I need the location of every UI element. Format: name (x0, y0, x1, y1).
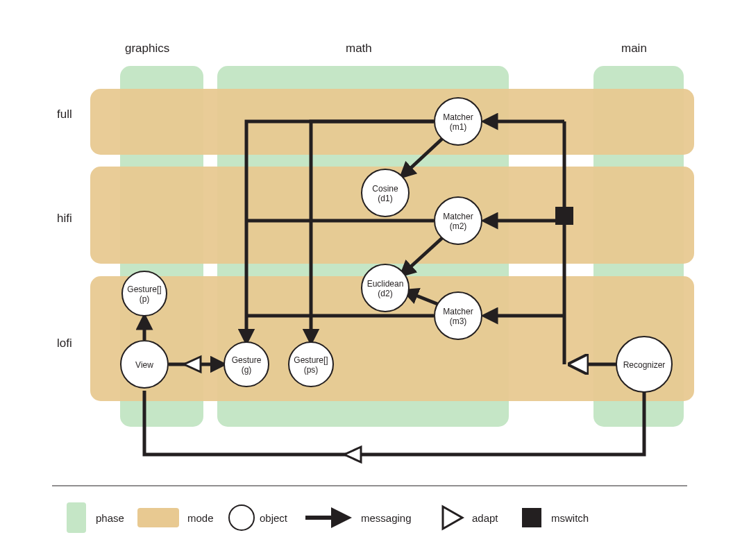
row-label-hifi: hifi (57, 212, 72, 225)
svg-text:Gesture[]: Gesture[] (127, 285, 161, 294)
col-label-main: main (621, 42, 647, 55)
legend-mswitch-label: mswitch (551, 512, 589, 524)
node-cosine: Cosine (d1) (362, 169, 409, 217)
legend-object-icon (229, 505, 254, 530)
svg-text:Matcher: Matcher (443, 307, 473, 316)
col-label-graphics: graphics (125, 42, 169, 55)
column-labels: graphics math main (125, 42, 647, 55)
node-euclidean: Euclidean (d2) (362, 264, 409, 312)
mswitch-square (555, 207, 573, 225)
legend-phase-label: phase (96, 512, 124, 524)
svg-text:Matcher: Matcher (443, 112, 473, 122)
node-matcher-m3: Matcher (m3) (435, 292, 482, 339)
row-labels: full hifi lofi (57, 108, 72, 350)
row-label-lofi: lofi (57, 337, 72, 350)
svg-text:(d2): (d2) (378, 289, 392, 298)
mode-rows (90, 89, 694, 401)
svg-text:Recognizer: Recognizer (623, 360, 666, 370)
svg-text:(ps): (ps) (304, 365, 319, 375)
legend-adapt-label: adapt (472, 512, 498, 524)
svg-text:Gesture[]: Gesture[] (294, 355, 328, 365)
row-label-full: full (57, 108, 72, 121)
legend-phase-icon (67, 502, 86, 533)
svg-text:Gesture: Gesture (232, 355, 262, 365)
adapt-marker-bottom (344, 447, 361, 462)
svg-text:Matcher: Matcher (443, 212, 473, 221)
col-label-math: math (346, 42, 372, 55)
node-gesture-ps: Gesture[] (ps) (289, 342, 333, 387)
svg-text:Cosine: Cosine (372, 184, 398, 194)
legend-messaging-label: messaging (361, 512, 412, 524)
node-view: View (121, 341, 168, 388)
svg-text:(p): (p) (140, 294, 150, 304)
node-gesture-g: Gesture (g) (224, 342, 269, 387)
svg-text:Euclidean: Euclidean (367, 279, 404, 289)
svg-text:(d1): (d1) (378, 194, 392, 203)
svg-text:(m3): (m3) (450, 316, 467, 326)
legend-mswitch-icon (522, 508, 541, 527)
svg-text:(m2): (m2) (450, 221, 467, 231)
svg-text:(m1): (m1) (450, 122, 467, 132)
svg-text:(g): (g) (242, 365, 252, 375)
svg-text:View: View (135, 360, 153, 370)
legend-adapt-icon (443, 507, 462, 529)
legend: phase mode object messaging adapt mswitc… (67, 502, 589, 533)
legend-mode-icon (137, 508, 179, 527)
architecture-diagram: graphics math main full hifi lofi (0, 0, 733, 560)
node-matcher-m1: Matcher (m1) (435, 98, 482, 145)
legend-object-label: object (260, 512, 288, 524)
legend-mode-label: mode (187, 512, 214, 524)
node-gesture-p: Gesture[] (p) (122, 271, 167, 316)
node-recognizer: Recognizer (616, 337, 672, 392)
node-matcher-m2: Matcher (m2) (435, 197, 482, 244)
